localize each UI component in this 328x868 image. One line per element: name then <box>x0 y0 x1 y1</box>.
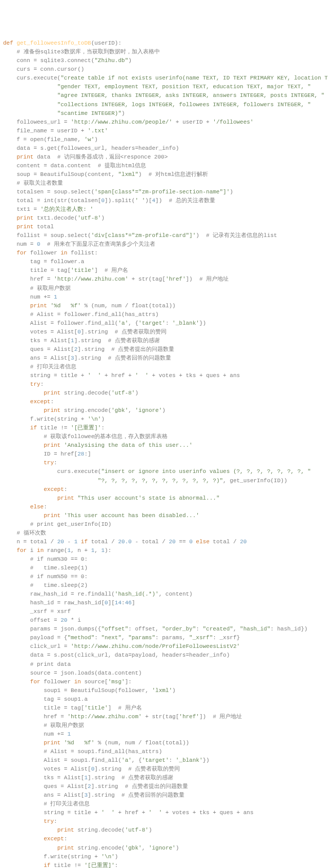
code-line: # 获取该followee的基本信息，存入数据库表格 <box>3 432 325 441</box>
code-line: string = title + ' ' + href + ' ' + vote… <box>3 808 325 817</box>
code-line: hash_id = raw_hash_id[0][14:46] <box>3 599 325 607</box>
code-line: print '%d %f' % (num, num / float(total)… <box>3 302 325 310</box>
code-line: if title != '[已重置]': <box>3 424 325 432</box>
code-line: for follower in source['msg']: <box>3 678 325 686</box>
code-line: # 打印关注者信息 <box>3 363 325 371</box>
code-line: # 获取用户数据 <box>3 284 325 293</box>
code-line: print total <box>3 223 325 231</box>
code-line: except: <box>3 398 325 406</box>
code-line: title = tag['title'] # 用户名 <box>3 266 325 275</box>
code-line: curs.execute("create table if not exists… <box>3 74 325 83</box>
code-line: curs = conn.cursor() <box>3 65 325 74</box>
code-line: # 获取关注者数量 <box>3 179 325 188</box>
code-line: f.write(string + '\n') <box>3 415 325 424</box>
code-line: try: <box>3 817 325 826</box>
code-line: num += 1 <box>3 293 325 302</box>
code-line: payload = {"method": "next", "params": p… <box>3 634 325 642</box>
code-line: tks = Alist[1].string # 点赞者获取的感谢 <box>3 337 325 345</box>
code-line: curs.execute("insert or ignore into user… <box>3 467 325 476</box>
code-line: Alist = soup1.find_all('a', {'target': '… <box>3 756 325 765</box>
code-line: offset = 20 * i <box>3 616 325 625</box>
code-line: ans = Alist[3].string # 点赞者回答的问题数量 <box>3 354 325 363</box>
code-line: # time.sleep(1) <box>3 564 325 573</box>
code-line: ques = Alist[2].string # 点赞者提出的问题数量 <box>3 782 325 791</box>
code-line: # time.sleep(2) <box>3 581 325 590</box>
code-line: # if num%30 == 0: <box>3 555 325 564</box>
code-line: else: <box>3 503 325 511</box>
code-line: follist = soup.select('div[class*="zm-pr… <box>3 231 325 240</box>
code-line: file_name = userID + '.txt' <box>3 127 325 135</box>
code-line: total = int(str(totalsen[0]).split(' ')[… <box>3 196 325 205</box>
code-line: n = total / 20 - 1 if total / 20.0 - tot… <box>3 538 325 546</box>
code-line: raw_hash_id = re.findall('hash_id(.*)', … <box>3 590 325 599</box>
code-line: click_url = 'http://www.zhihu.com/node/P… <box>3 642 325 651</box>
code-line: content = data.content # 提取出html信息 <box>3 162 325 170</box>
code-line: # Alist = soup1.find_all(has_attrs) <box>3 747 325 756</box>
code-line: except: <box>3 835 325 843</box>
code-line: # 获取用户数据 <box>3 721 325 730</box>
code-line: ques = Alist[2].string # 点赞者提出的问题数量 <box>3 345 325 354</box>
code-line: try: <box>3 380 325 389</box>
code-line: votes = Alist[0].string # 点赞者获取的赞同 <box>3 765 325 774</box>
code-line: "agree INTEGER, thanks INTEGER, asks INT… <box>3 91 325 100</box>
code-line: print data # 访问服务器成功，返回<responce 200> <box>3 153 325 162</box>
code-line: print string.decode('utf-8') <box>3 389 325 398</box>
code-line: print 'Analysising the data of this user… <box>3 441 325 450</box>
code-line: ID = href[28:] <box>3 450 325 459</box>
code-line: # 循环次数 <box>3 529 325 538</box>
code-line: "scantime INTEGER)") <box>3 109 325 118</box>
code-line: followees_url = 'http://www.zhihu.com/pe… <box>3 118 325 127</box>
code-line: href = 'http://www.zhihu.com' + str(tag[… <box>3 275 325 284</box>
code-line: Alist = follower.find_all('a', {'target'… <box>3 319 325 328</box>
code-line: # 准备份sqlite3数据库，当获取到数据时，加入表格中 <box>3 48 325 56</box>
code-line: num = 0 # 用来在下面显示正在查询第多少个关注者 <box>3 240 325 249</box>
code-line: # print get_userInfo(ID) <box>3 520 325 529</box>
code-line: votes = Alist[0].string # 点赞者获取的赞同 <box>3 328 325 337</box>
code-line: soup1 = BeautifulSoup(follower, 'lxml') <box>3 686 325 695</box>
code-line: title = tag['title'] # 用户名 <box>3 704 325 713</box>
code-line: print txt1.decode('utf-8') <box>3 214 325 223</box>
code-line: totalsen = soup.select('span[class*="zm-… <box>3 188 325 196</box>
code-line: "?, ?, ?, ?, ?, ?, ?, ?, ?, ?, ?, ?)", g… <box>3 477 325 485</box>
code-line: for follower in follist: <box>3 249 325 258</box>
code-line: print 'This user account has been disabl… <box>3 511 325 520</box>
code-line: _xsrf = xsrf <box>3 607 325 616</box>
code-line: params = json.dumps({"offset": offset, "… <box>3 625 325 634</box>
code-line: if title != '[已重置]': <box>3 861 325 868</box>
code-line: for i in range(1, n + 1, 1): <box>3 546 325 555</box>
code-line: except: <box>3 485 325 494</box>
code-line: source = json.loads(data.content) <box>3 669 325 678</box>
code-line: string = title + ' ' + href + ' ' + vote… <box>3 371 325 380</box>
code-line: tks = Alist[1].string # 点赞者获取的感谢 <box>3 774 325 782</box>
code-line: f.write(string + '\n') <box>3 853 325 861</box>
code-line: "collections INTEGER, logs INTEGER, foll… <box>3 101 325 109</box>
code-line: # Alist = follower.find_all(has_attrs) <box>3 310 325 319</box>
code-block: def get_followeesInfo_toDB(userID): # 准备… <box>3 39 325 868</box>
code-line: tag = soup1.a <box>3 695 325 704</box>
code-line: f = open(file_name, 'w') <box>3 135 325 144</box>
code-line: txt1 = '总的关注者人数: ' <box>3 205 325 214</box>
code-line: tag = follower.a <box>3 258 325 266</box>
code-line: print '%d %f' % (num, num / float(total)… <box>3 739 325 747</box>
code-line: def get_followeesInfo_toDB(userID): <box>3 39 325 48</box>
code-line: print string.encode('gbk', 'ignore') <box>3 844 325 853</box>
code-line: "gender TEXT, employment TEXT, position … <box>3 83 325 91</box>
code-line: num += 1 <box>3 730 325 739</box>
code-line: ans = Alist[3].string # 点赞者回答的问题数量 <box>3 791 325 800</box>
code-line: data = s.post(click_url, data=payload, h… <box>3 651 325 660</box>
code-line: data = s.get(followees_url, headers=head… <box>3 144 325 153</box>
code-line: href = 'http://www.zhihu.com' + str(tag[… <box>3 713 325 721</box>
code-line: soup = BeautifulSoup(content, "lxml") # … <box>3 170 325 179</box>
code-line: # print data <box>3 660 325 669</box>
code-line: print string.encode('gbk', 'ignore') <box>3 406 325 415</box>
code-line: # if num%50 == 0: <box>3 573 325 581</box>
code-line: print string.decode('utf-8') <box>3 826 325 835</box>
code-line: conn = sqlite3.connect("Zhihu.db") <box>3 56 325 65</box>
code-line: print "This user account's state is abno… <box>3 494 325 503</box>
code-line: # 打印关注者信息 <box>3 800 325 808</box>
code-line: try: <box>3 459 325 467</box>
